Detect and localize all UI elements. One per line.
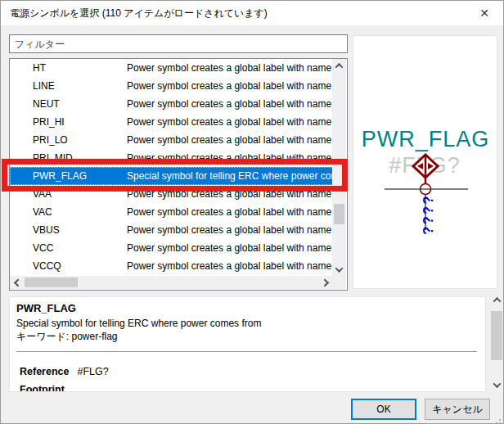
- list-item-VCCQ[interactable]: VCCQPower symbol creates a global label …: [10, 257, 333, 275]
- list-item-PRI_HI[interactable]: PRI_HIPower symbol creates a global labe…: [10, 113, 333, 131]
- cancel-button[interactable]: キャンセル: [425, 399, 490, 420]
- pwr-flag-symbol-drawing: PWR_FLAG #FLG? ????: [353, 36, 497, 288]
- symbol-description: Power symbol creates a global label with…: [127, 152, 333, 164]
- list-item-VBUS[interactable]: VBUSPower symbol creates a global label …: [10, 221, 333, 239]
- details-description: Special symbol for telling ERC where pow…: [16, 318, 261, 329]
- vertical-scroll-thumb[interactable]: [334, 204, 344, 224]
- details-symbol-name: PWR_FLAG: [16, 302, 76, 314]
- list-item-VAC[interactable]: VACPower symbol creates a global label w…: [10, 203, 333, 221]
- list-vertical-scrollbar[interactable]: [332, 59, 346, 277]
- power-symbol-dialog: 電源シンボルを選択 (110 アイテムがロードされています) ✕ HTPower…: [0, 0, 504, 424]
- scroll-up-icon[interactable]: [332, 59, 346, 73]
- symbol-name: VBUS: [33, 224, 127, 236]
- symbol-description: Power symbol creates a global label with…: [127, 242, 333, 254]
- details-vertical-scrollbar[interactable]: [490, 293, 503, 392]
- symbol-name: PRI_LO: [33, 134, 127, 146]
- symbol-description: Power symbol creates a global label with…: [127, 206, 333, 218]
- symbol-name: VCC: [33, 242, 127, 254]
- dialog-title: 電源シンボルを選択 (110 アイテムがロードされています): [10, 7, 268, 20]
- symbol-description: Power symbol creates a global label with…: [127, 80, 333, 92]
- scroll-left-icon[interactable]: [10, 276, 24, 289]
- list-item-VCC[interactable]: VCCPower symbol creates a global label w…: [10, 239, 333, 257]
- list-item-NEUT[interactable]: NEUTPower symbol creates a global label …: [10, 95, 333, 113]
- list-item-PRI_LO[interactable]: PRI_LOPower symbol creates a global labe…: [10, 131, 333, 149]
- preview-pin-text: ????: [421, 194, 436, 235]
- symbol-description: Power symbol creates a global label with…: [127, 188, 333, 200]
- title-bar: 電源シンボルを選択 (110 アイテムがロードされています) ✕: [1, 1, 503, 25]
- symbol-description: Power symbol creates a global label with…: [127, 62, 333, 74]
- list-item-HT[interactable]: HTPower symbol creates a global label wi…: [10, 59, 333, 77]
- symbol-description: Power symbol creates a global label with…: [127, 116, 333, 128]
- reference-label: Reference: [20, 366, 69, 377]
- symbol-description: Power symbol creates a global label with…: [127, 98, 333, 110]
- filter-input[interactable]: [9, 34, 348, 53]
- list-item-PWR_FLAG[interactable]: PWR_FLAGSpecial symbol for telling ERC w…: [10, 167, 333, 185]
- symbol-name: HT: [33, 62, 127, 74]
- symbol-name: VAC: [33, 206, 127, 218]
- symbol-name: PRI_HI: [33, 116, 127, 128]
- symbol-list-rows: HTPower symbol creates a global label wi…: [10, 59, 333, 277]
- ok-button[interactable]: OK: [351, 399, 416, 420]
- symbol-description: Power symbol creates a global label with…: [127, 260, 333, 272]
- symbol-description: Power symbol creates a global label with…: [127, 134, 333, 146]
- symbol-description: Special symbol for telling ERC where pow…: [127, 170, 333, 182]
- details-scroll-thumb[interactable]: [491, 311, 502, 360]
- symbol-name: NEUT: [33, 98, 127, 110]
- details-keywords: キーワード: power-flag: [16, 330, 118, 344]
- symbol-name: VAA: [33, 188, 127, 200]
- resize-grip[interactable]: [499, 419, 501, 421]
- footprint-label: Footprint: [20, 384, 69, 392]
- preview-symbol-name: PWR_FLAG: [362, 127, 490, 151]
- details-divider: [16, 351, 477, 352]
- list-item-PRI_MID[interactable]: PRI_MIDPower symbol creates a global lab…: [10, 149, 333, 167]
- list-item-LINE[interactable]: LINEPower symbol creates a global label …: [10, 77, 333, 95]
- horizontal-scroll-thumb[interactable]: [25, 277, 78, 287]
- symbol-details-pane: PWR_FLAG Special symbol for telling ERC …: [9, 296, 486, 392]
- details-footprint-row: Footprint: [20, 384, 77, 392]
- symbol-name: PWR_FLAG: [33, 170, 127, 182]
- close-icon[interactable]: ✕: [472, 4, 497, 22]
- scroll-right-icon[interactable]: [319, 276, 333, 289]
- list-item-VAA[interactable]: VAAPower symbol creates a global label w…: [10, 185, 333, 203]
- symbol-description: Power symbol creates a global label with…: [127, 224, 333, 236]
- symbol-preview-pane: PWR_FLAG #FLG? ????: [353, 35, 497, 289]
- symbol-name: LINE: [33, 80, 127, 92]
- list-horizontal-scrollbar[interactable]: [10, 276, 333, 289]
- symbol-name: PRI_MID: [33, 152, 127, 164]
- symbol-name: VCCQ: [33, 260, 127, 272]
- scroll-down-icon[interactable]: [332, 263, 346, 277]
- scrollbar-corner: [332, 276, 346, 289]
- reference-value: #FLG?: [77, 366, 108, 377]
- details-reference-row: Reference#FLG?: [20, 366, 109, 377]
- details-scroll-up-icon[interactable]: [490, 293, 503, 307]
- details-scroll-down-icon[interactable]: [490, 378, 503, 392]
- symbol-list: HTPower symbol creates a global label wi…: [9, 58, 348, 291]
